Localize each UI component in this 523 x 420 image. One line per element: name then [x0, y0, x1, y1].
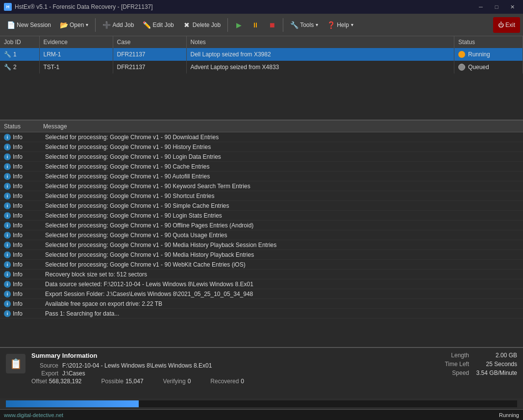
log-row: i Info Recovery block size set to: 512 s…	[0, 270, 523, 279]
log-info-icon: i	[4, 153, 11, 160]
log-status-text: Info	[13, 202, 23, 209]
offset-value: 568,328,192	[49, 378, 82, 385]
summary-panel: 📋 Summary Information Source F:\2012-10-…	[0, 347, 523, 398]
log-info-icon: i	[4, 232, 11, 239]
log-status-text: Info	[13, 300, 23, 307]
log-status-text: Info	[13, 291, 23, 297]
log-row: i Info Data source selected: F:\2012-10-…	[0, 279, 523, 289]
tools-icon: 🔧	[290, 21, 298, 29]
summary-inner: 📋 Summary Information Source F:\2012-10-…	[6, 352, 517, 385]
add-job-button[interactable]: ➕ Add Job	[99, 17, 138, 33]
job-id-cell: 🔧 2	[0, 61, 39, 74]
speed-label: Speed	[452, 370, 469, 376]
job-id-value: 1	[13, 51, 17, 58]
jobs-area: Job ID Evidence Case Notes Status 🔧 1 LR…	[0, 36, 523, 120]
summary-content: Summary Information Source F:\2012-10-04…	[31, 352, 413, 385]
log-message-col: Data source selected: F:\2012-10-04 - Le…	[41, 281, 521, 288]
minimize-button[interactable]: ─	[474, 2, 488, 12]
log-scroll[interactable]: i Info Selected for processing: Google C…	[0, 132, 523, 347]
log-status-col: i Info	[2, 261, 41, 268]
title-bar-left: H HstEx® v5.1 - Forensic Data Recovery -…	[4, 3, 153, 11]
log-status-col: i Info	[2, 300, 41, 307]
log-status-col: i Info	[2, 183, 41, 190]
log-message-col: Available free space on export drive: 2.…	[41, 300, 521, 307]
log-message-col: Selected for processing: Google Chrome v…	[41, 134, 521, 141]
close-button[interactable]: ✕	[505, 2, 519, 12]
log-status-col: i Info	[2, 222, 41, 229]
job-row[interactable]: 🔧 1 LRM-1 DFR21137 Dell Laptop seized fr…	[0, 48, 523, 61]
log-status-col: i Info	[2, 291, 41, 297]
log-info-icon: i	[4, 291, 11, 297]
log-message-col: Selected for processing: Google Chrome v…	[41, 183, 521, 190]
summary-title: Summary Information	[31, 352, 413, 359]
export-value: J:\Cases	[62, 370, 85, 377]
play-button[interactable]: ▶	[231, 17, 247, 33]
tools-button[interactable]: 🔧 Tools ▾	[286, 17, 322, 33]
progress-bar-container	[6, 400, 517, 407]
log-status-text: Info	[13, 222, 23, 229]
maximize-button[interactable]: □	[490, 2, 503, 12]
log-row: i Info Selected for processing: Google C…	[0, 162, 523, 172]
log-row: i Info Selected for processing: Google C…	[0, 221, 523, 230]
pause-button[interactable]: ⏸	[248, 17, 263, 33]
log-status-col: i Info	[2, 310, 41, 317]
edit-job-icon: ✏️	[143, 21, 150, 29]
log-message-col: Selected for processing: Google Chrome v…	[41, 163, 521, 170]
log-status-text: Info	[13, 163, 23, 170]
time-left-row: Time Left 25 Seconds	[419, 361, 517, 368]
help-button[interactable]: ❓ Help ▾	[323, 17, 357, 33]
log-info-icon: i	[4, 183, 11, 190]
col-header-notes: Notes	[186, 36, 454, 48]
log-message-col: Selected for processing: Google Chrome v…	[41, 202, 521, 209]
summary-stats-row: Offset 568,328,192 Possible 15,047 Verif…	[31, 378, 413, 385]
log-message-col: Pass 1: Searching for data...	[41, 310, 521, 317]
col-header-status: Status	[454, 36, 523, 48]
offset-label: Offset	[31, 378, 47, 385]
length-row: Length 2.00 GB	[419, 352, 517, 359]
log-status-text: Info	[13, 212, 23, 219]
delete-job-button[interactable]: ✖ Delete Job	[179, 17, 224, 33]
stop-icon: ⏹	[268, 21, 276, 29]
log-status-text: Info	[13, 242, 23, 248]
log-message-col: Export Session Folder: J:\Cases\Lewis Wi…	[41, 291, 521, 297]
log-info-icon: i	[4, 261, 11, 268]
edit-job-button[interactable]: ✏️ Edit Job	[139, 17, 177, 33]
verifying-stat: Verifying 0	[163, 378, 191, 385]
new-session-button[interactable]: 📄 New Session	[3, 17, 55, 33]
log-status-col: i Info	[2, 144, 41, 150]
verifying-value: 0	[188, 378, 191, 385]
title-text: HstEx® v5.1 - Forensic Data Recovery - […	[15, 3, 153, 10]
log-status-text: Info	[13, 310, 23, 317]
add-job-icon: ➕	[102, 21, 110, 29]
col-header-jobid: Job ID	[0, 36, 39, 48]
toolbar: 📄 New Session 📂 Open ▾ ➕ Add Job ✏️ Edit…	[0, 14, 523, 36]
log-row: i Info Selected for processing: Google C…	[0, 132, 523, 142]
status-dot	[458, 64, 465, 71]
log-status-col: i Info	[2, 163, 41, 170]
length-label: Length	[451, 352, 469, 359]
wrench-icon: 🔧	[4, 51, 11, 58]
log-info-icon: i	[4, 193, 11, 199]
log-message-col: Selected for processing: Google Chrome v…	[41, 232, 521, 239]
job-row[interactable]: 🔧 2 TST-1 DFR21137 Advent Laptop seized …	[0, 61, 523, 74]
log-status-col: i Info	[2, 202, 41, 209]
open-button[interactable]: 📂 Open ▾	[56, 17, 92, 33]
app-icon: H	[4, 3, 12, 11]
open-icon: 📂	[60, 21, 68, 29]
summary-right: Length 2.00 GB Time Left 25 Seconds Spee…	[419, 352, 517, 378]
toolbar-separator-3	[283, 18, 283, 32]
stop-button[interactable]: ⏹	[264, 17, 280, 33]
log-area: Status Message i Info Selected for proce…	[0, 120, 523, 347]
log-status-text: Info	[13, 193, 23, 199]
verifying-label: Verifying	[163, 378, 186, 385]
log-row: i Info Selected for processing: Google C…	[0, 142, 523, 152]
log-info-icon: i	[4, 212, 11, 219]
recovered-label: Recovered	[210, 378, 239, 385]
exit-button[interactable]: ⏻ Exit	[493, 17, 520, 33]
speed-row: Speed 3.54 GB/Minute	[419, 370, 517, 376]
log-info-icon: i	[4, 144, 11, 150]
job-status-cell: Running	[454, 48, 523, 61]
speed-value: 3.54 GB/Minute	[473, 370, 517, 376]
toolbar-separator-2	[227, 18, 228, 32]
new-session-icon: 📄	[7, 21, 15, 29]
